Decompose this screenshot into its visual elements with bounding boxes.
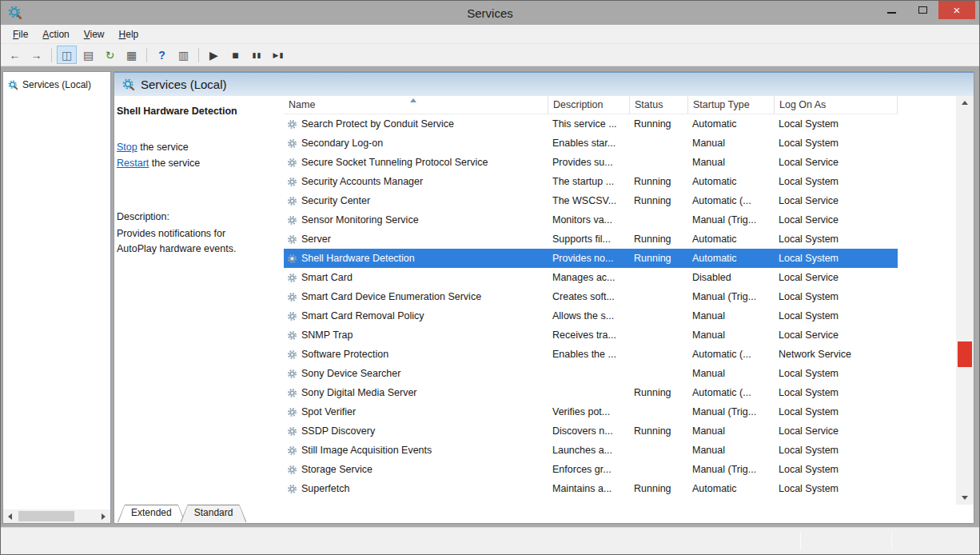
forward-button[interactable]: → (26, 46, 46, 64)
cell-status (630, 134, 688, 153)
scroll-up-arrow-icon[interactable] (956, 96, 974, 110)
cell-startup-type: Manual (688, 134, 775, 153)
table-row[interactable]: Smart Card Device Enumeration ServiceCre… (284, 287, 898, 306)
cell-description: This service ... (548, 114, 630, 134)
services-list: NameDescriptionStatusStartup TypeLog On … (284, 96, 956, 505)
table-row[interactable]: Search Protect by Conduit ServiceThis se… (284, 114, 898, 134)
status-separator (800, 532, 801, 550)
cell-status: Running (630, 479, 688, 498)
horizontal-scroll-thumb[interactable] (18, 511, 74, 521)
cell-status (630, 287, 688, 306)
menu-item-help[interactable]: Help (112, 26, 146, 43)
restart-service-link[interactable]: Restart (117, 158, 149, 169)
stop-service-line: Stop the service (117, 139, 263, 155)
minimize-button[interactable] (876, 1, 907, 19)
cell-log-on-as: Local System (775, 479, 898, 498)
service-gear-icon (287, 215, 297, 226)
service-action-links: Stop the service Restart the service (117, 139, 263, 171)
horizontal-scrollbar[interactable] (3, 509, 110, 523)
table-body: Search Protect by Conduit ServiceThis se… (284, 114, 956, 498)
cell-name: Smart Card (284, 268, 548, 287)
cell-name: Spot Verifier (284, 402, 548, 421)
table-row[interactable]: ServerSupports fil...RunningAutomaticLoc… (284, 230, 898, 249)
table-row[interactable]: Security CenterThe WSCSV...RunningAutoma… (284, 191, 898, 210)
minimize-icon (887, 12, 896, 14)
table-row[interactable]: Spot VerifierVerifies pot...Manual (Trig… (284, 402, 898, 421)
title-bar[interactable]: Services × (1, 1, 979, 25)
scroll-right-arrow-icon[interactable] (97, 509, 110, 523)
column-header-log-on-as[interactable]: Log On As (775, 96, 898, 114)
table-row[interactable]: Software ProtectionEnables the ...Automa… (284, 345, 898, 364)
cell-log-on-as: Local System (775, 114, 898, 134)
list-icon: ▤ (83, 49, 94, 62)
table-row[interactable]: SuperfetchMaintains a...RunningAutomatic… (284, 479, 898, 498)
column-header-startup-type[interactable]: Startup Type (688, 96, 775, 114)
export-list-button[interactable]: ▤ (78, 46, 98, 64)
column-header-status[interactable]: Status (630, 96, 688, 114)
cell-description: Launches a... (548, 441, 630, 460)
cell-startup-type: Disabled (688, 268, 775, 287)
column-header-description[interactable]: Description (548, 96, 630, 114)
cell-description (548, 364, 630, 383)
vertical-scroll-thumb[interactable] (958, 341, 972, 367)
cell-description: Receives tra... (548, 325, 630, 345)
cell-description: Allows the s... (548, 306, 630, 325)
menu-item-view[interactable]: View (77, 26, 112, 43)
cell-startup-type: Manual (688, 306, 775, 325)
table-row[interactable]: SSDP DiscoveryDiscovers n...RunningManua… (284, 421, 898, 441)
description-label: Description: (117, 211, 263, 222)
table-row[interactable]: Storage ServiceEnforces gr...Manual (Tri… (284, 460, 898, 479)
help-button[interactable]: ? (152, 46, 172, 64)
table-row[interactable]: Shell Hardware DetectionProvides no...Ru… (284, 249, 898, 268)
service-gear-icon (287, 426, 297, 437)
stop-icon: ■ (232, 49, 238, 62)
table-row[interactable]: Secure Socket Tunneling Protocol Service… (284, 153, 898, 172)
table-row[interactable]: SNMP TrapReceives tra...ManualLocal Serv… (284, 325, 898, 345)
refresh-button[interactable]: ↻ (100, 46, 120, 64)
back-button[interactable]: ← (5, 46, 25, 64)
tab-standard[interactable]: Standard (181, 505, 247, 522)
show-action-pane-button[interactable]: ▥ (173, 46, 193, 64)
menu-item-file[interactable]: File (6, 26, 35, 43)
menu-item-action[interactable]: Action (35, 26, 76, 43)
close-button[interactable]: × (938, 1, 975, 19)
table-row[interactable]: Smart Card Removal PolicyAllows the s...… (284, 306, 898, 325)
cell-name: Secondary Log-on (284, 134, 548, 153)
table-row[interactable]: Sensor Monitoring ServiceMonitors va...M… (284, 210, 898, 230)
export-button[interactable]: ▦ (122, 46, 141, 64)
service-name: Smart Card (301, 268, 353, 287)
cell-log-on-as: Local Service (775, 268, 898, 287)
cell-name: Superfetch (284, 479, 548, 498)
cell-name: Secure Socket Tunneling Protocol Service (284, 153, 548, 172)
restart-service-button[interactable]: ▶▮ (269, 46, 289, 64)
cell-log-on-as: Local System (775, 230, 898, 249)
maximize-button[interactable] (907, 1, 938, 19)
cell-log-on-as: Local System (775, 134, 898, 153)
pause-icon: ▮▮ (253, 51, 262, 59)
cell-status (630, 460, 688, 479)
cell-log-on-as: Local Service (775, 191, 898, 210)
tab-extended[interactable]: Extended (118, 505, 185, 522)
table-row[interactable]: Sony Digital Media ServerRunningAutomati… (284, 383, 898, 402)
pause-service-button[interactable]: ▮▮ (247, 46, 267, 64)
show-console-tree-button[interactable]: ◫ (57, 46, 77, 64)
cell-name: Sony Device Searcher (284, 364, 548, 383)
table-row[interactable]: Sony Device SearcherManualLocal System (284, 364, 898, 383)
stop-service-button[interactable]: ■ (225, 46, 245, 64)
cell-name: Search Protect by Conduit Service (284, 114, 548, 134)
table-row[interactable]: Smart CardManages ac...DisabledLocal Ser… (284, 268, 898, 287)
service-name: Smart Card Device Enumeration Service (301, 287, 481, 306)
table-row[interactable]: Secondary Log-onEnables star...ManualLoc… (284, 134, 898, 153)
scroll-down-arrow-icon[interactable] (956, 491, 974, 505)
vertical-scrollbar[interactable] (956, 96, 974, 505)
service-name: Storage Service (301, 460, 372, 479)
scroll-left-arrow-icon[interactable] (3, 509, 17, 523)
stop-service-link[interactable]: Stop (117, 142, 137, 153)
start-service-button[interactable]: ▶ (204, 46, 224, 64)
restart-service-line: Restart the service (117, 155, 263, 171)
table-row[interactable]: Security Accounts ManagerThe startup ...… (284, 172, 898, 191)
table-row[interactable]: Still Image Acquisition EventsLaunches a… (284, 441, 898, 460)
tree-item-services-local[interactable]: Services (Local) (8, 79, 109, 90)
sort-ascending-icon[interactable] (410, 98, 416, 102)
refresh-icon: ↻ (106, 49, 115, 62)
